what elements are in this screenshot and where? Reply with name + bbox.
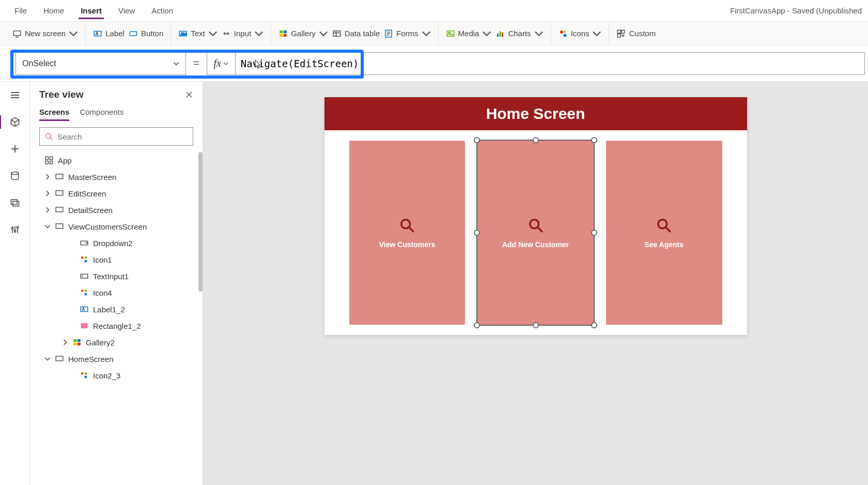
charts-button[interactable]: Charts [495,29,543,38]
tree-node-label1-2[interactable]: Label1_2 [30,301,203,317]
tree-node-viewcustomersscreen[interactable]: ViewCustomersScreen [30,218,203,235]
ribbon: New screen Label Button Abc Text Input G… [0,22,868,46]
magnify-icon [655,217,673,234]
input-label: Input [234,29,251,38]
tree-node-icon2-3[interactable]: Icon2_3 [30,367,203,384]
tree-label: App [58,156,72,165]
label-button[interactable]: Label [93,29,125,38]
tree-label: EditScreen [68,189,106,198]
icon-control-icon [80,371,89,380]
selection-handle[interactable] [474,137,480,143]
tree-label: Dropdown2 [93,239,133,248]
screen-icon [12,29,22,38]
selection-handle[interactable] [533,322,539,328]
table-icon [332,29,342,38]
fx-button[interactable]: fx [207,52,236,75]
app-icon [44,156,54,165]
forms-button[interactable]: Forms [384,29,431,38]
chevron-down-icon [208,29,218,38]
magnify-icon [527,217,545,234]
search-input[interactable] [39,127,193,146]
selection-handle[interactable] [591,230,597,236]
property-selector[interactable]: OnSelect [16,52,186,75]
search-field[interactable] [57,132,188,141]
label-icon [93,29,102,38]
charts-label: Charts [508,29,531,38]
svg-rect-31 [50,161,53,164]
menu-home[interactable]: Home [35,2,72,19]
tree-node-homescreen[interactable]: HomeScreen [30,351,203,367]
tree-label: HomeScreen [68,355,114,363]
tree-node-detailscreen[interactable]: DetailScreen [30,202,203,218]
chevron-down-icon [482,29,491,38]
card-label: See Agents [644,240,684,249]
formula-bar: OnSelect = fx [0,46,868,82]
rail-advanced[interactable] [9,223,21,236]
svg-rect-20 [618,34,621,37]
card-add-new-customer[interactable]: Add New Customer [477,141,594,325]
rail-tree-view[interactable] [9,116,21,128]
svg-rect-42 [85,293,87,296]
tree-node-dropdown2[interactable]: Dropdown2 [30,235,203,251]
media-button[interactable]: Media [446,29,492,38]
close-icon[interactable] [185,90,193,99]
text-button[interactable]: Abc Text [178,29,218,38]
data-table-label: Data table [345,29,380,38]
scrollbar-thumb[interactable] [198,152,203,292]
tree-node-app[interactable]: App [30,152,203,169]
gallery-button[interactable]: Gallery [278,29,328,38]
button-button[interactable]: Button [129,29,163,38]
button-label: Button [141,29,163,38]
selection-handle[interactable] [533,137,539,143]
svg-rect-46 [73,339,76,342]
selection-handle[interactable] [591,322,597,328]
gallery-icon [278,29,288,38]
svg-point-39 [85,256,87,259]
svg-rect-13 [497,34,499,37]
tab-components[interactable]: Components [80,108,123,121]
svg-rect-0 [13,31,21,35]
menu-view[interactable]: View [110,2,143,19]
icons-button[interactable]: Icons [559,29,602,38]
custom-button[interactable]: Custom [616,29,656,38]
screen-icon [55,222,64,231]
chevron-right-icon [44,174,51,180]
svg-rect-7 [280,34,283,36]
selection-handle[interactable] [591,137,597,143]
new-screen-button[interactable]: New screen [12,29,78,38]
canvas-header[interactable]: Home Screen [324,97,747,130]
menu-file[interactable]: File [6,2,35,19]
app-canvas[interactable]: Home Screen View Customers Add New Custo… [324,97,747,335]
rail-media[interactable] [9,196,21,209]
tab-screens[interactable]: Screens [39,108,69,121]
menu-action[interactable]: Action [143,2,181,19]
selection-handle[interactable] [474,322,480,328]
tree-node-icon4[interactable]: Icon4 [30,284,203,301]
card-view-customers[interactable]: View Customers [349,141,466,325]
selection-handle[interactable] [474,230,480,236]
app-title: FirstCanvasApp - Saved (Unpublished [730,6,862,15]
tree-node-masterscreen[interactable]: MasterScreen [30,169,203,185]
tree-node-textinput1[interactable]: TextInput1 [30,268,203,284]
tree-label: Gallery2 [86,338,115,347]
property-value: OnSelect [22,59,56,68]
tree-label: MasterScreen [68,173,116,181]
tree-node-editscreen[interactable]: EditScreen [30,185,203,202]
svg-point-26 [17,226,18,228]
data-table-button[interactable]: Data table [332,29,380,38]
tree-node-icon1[interactable]: Icon1 [30,251,203,268]
chevron-down-icon [534,29,544,38]
menu-insert[interactable]: Insert [72,2,110,19]
rail-hamburger[interactable] [9,89,21,101]
input-button[interactable]: Input [222,29,264,38]
chevron-right-icon [62,339,68,345]
svg-point-51 [81,372,84,375]
card-see-agents[interactable]: See Agents [606,141,722,325]
canvas-area[interactable]: Home Screen View Customers Add New Custo… [203,82,868,485]
rail-data[interactable] [9,170,21,182]
formula-input[interactable] [236,52,865,75]
fx-symbol: fx [213,57,221,69]
tree-node-gallery2[interactable]: Gallery2 [30,334,203,351]
tree-node-rectangle1-2[interactable]: Rectangle1_2 [30,317,203,334]
rail-insert[interactable] [9,143,21,155]
